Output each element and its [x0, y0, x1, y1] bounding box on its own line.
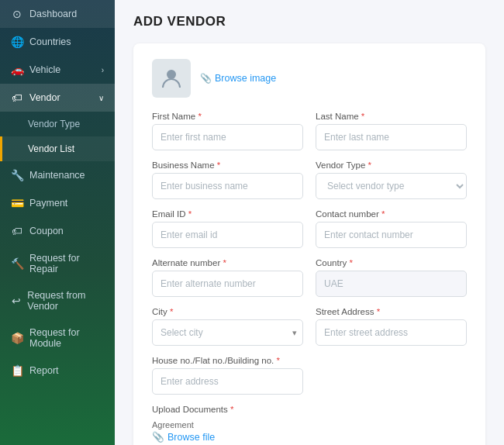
label-contact: Contact number *	[316, 209, 467, 219]
sidebar-label-dashboard: Dashboard	[29, 9, 77, 19]
group-alternate: Alternate number *	[152, 258, 303, 297]
sidebar-item-report[interactable]: 📋 Report	[0, 357, 115, 385]
group-country: Country *	[316, 258, 467, 297]
row-alternate-country: Alternate number * Country *	[152, 258, 467, 297]
browse-image-label: Browse image	[215, 73, 276, 84]
upload-section-label: Upload Documents *	[152, 405, 467, 414]
request-module-icon: 📦	[11, 332, 23, 344]
input-street[interactable]	[316, 319, 467, 346]
group-business-name: Business Name *	[152, 160, 303, 199]
label-vendor-type: Vendor Type *	[316, 160, 467, 170]
label-street: Street Address *	[316, 307, 467, 316]
dashboard-icon: ⊙	[11, 8, 23, 20]
input-business-name[interactable]	[152, 173, 303, 199]
page-title: ADD VENDOR	[133, 14, 485, 29]
vehicle-chevron-icon: ›	[102, 66, 104, 74]
sidebar: ⊙ Dashboard 🌐 Countries 🚗 Vehicle › 🏷 Ve…	[0, 0, 115, 445]
input-last-name[interactable]	[316, 124, 467, 150]
maintenance-icon: 🔧	[11, 169, 23, 181]
sidebar-item-vendor-type[interactable]: Vendor Type	[0, 112, 115, 136]
group-address: House no./Flat no./Building no. *	[152, 356, 303, 395]
vendor-chevron-icon: ∨	[98, 94, 104, 102]
group-email: Email ID *	[152, 209, 303, 248]
label-country: Country *	[316, 258, 467, 267]
sidebar-item-request-repair[interactable]: 🔨 Request for Repair	[0, 245, 115, 282]
sidebar-label-countries: Countries	[29, 36, 71, 47]
city-select-wrapper: Select city Dubai Abu Dhabi ▾	[152, 319, 303, 346]
request-vendor-icon: ↩	[11, 295, 21, 307]
sidebar-label-request-vendor: Request from Vendor	[27, 290, 104, 312]
input-country	[316, 271, 467, 297]
coupon-icon: 🏷	[11, 225, 23, 237]
countries-icon: 🌐	[11, 36, 23, 48]
upload-documents-section: Upload Documents * Agreement 📎 Browse fi…	[152, 405, 467, 445]
clip-icon: 📎	[200, 73, 212, 84]
svg-point-0	[167, 70, 176, 79]
main-content: ADD VENDOR 📎 Browse image First Name *	[115, 0, 504, 445]
payment-icon: 💳	[11, 197, 23, 209]
sidebar-item-countries[interactable]: 🌐 Countries	[0, 28, 115, 56]
label-business-name: Business Name *	[152, 160, 303, 170]
add-vendor-form: 📎 Browse image First Name * Last Name *	[133, 43, 485, 445]
row-business: Business Name * Vendor Type * Select ven…	[152, 160, 467, 199]
sidebar-label-vendor-type: Vendor Type	[28, 119, 80, 129]
group-contact: Contact number *	[316, 209, 467, 248]
sidebar-label-request-module: Request for Module	[29, 327, 104, 349]
repair-icon: 🔨	[11, 257, 23, 270]
group-last-name: Last Name *	[316, 112, 467, 150]
input-address[interactable]	[152, 368, 303, 395]
sidebar-item-vehicle[interactable]: 🚗 Vehicle ›	[0, 56, 115, 84]
upload-item-agreement: Agreement 📎 Browse file	[152, 420, 467, 443]
sidebar-label-vehicle: Vehicle	[29, 64, 60, 75]
vendor-icon: 🏷	[11, 91, 23, 104]
row-contact: Email ID * Contact number *	[152, 209, 467, 248]
sidebar-item-coupon[interactable]: 🏷 Coupon	[0, 217, 115, 245]
label-alternate: Alternate number *	[152, 258, 303, 267]
avatar-placeholder	[152, 59, 191, 98]
row-city-street: City * Select city Dubai Abu Dhabi ▾ Str…	[152, 307, 467, 346]
sidebar-item-vendor-list[interactable]: Vendor List	[0, 136, 115, 161]
group-street: Street Address *	[316, 307, 467, 346]
row-name: First Name * Last Name *	[152, 112, 467, 150]
row-address: House no./Flat no./Building no. *	[152, 356, 467, 395]
sidebar-label-report: Report	[29, 365, 59, 376]
input-email[interactable]	[152, 222, 303, 248]
clip-agreement-icon: 📎	[152, 431, 164, 443]
sidebar-item-payment[interactable]: 💳 Payment	[0, 189, 115, 217]
browse-agreement-link[interactable]: 📎 Browse file	[152, 431, 467, 443]
sidebar-label-request-repair: Request for Repair	[29, 253, 104, 274]
sidebar-item-maintenance[interactable]: 🔧 Maintenance	[0, 161, 115, 189]
select-city[interactable]: Select city Dubai Abu Dhabi	[152, 319, 303, 346]
vehicle-icon: 🚗	[11, 64, 23, 76]
browse-image-link[interactable]: 📎 Browse image	[200, 73, 276, 84]
label-email: Email ID *	[152, 209, 303, 219]
label-address: House no./Flat no./Building no. *	[152, 356, 303, 365]
browse-agreement-label: Browse file	[167, 432, 215, 443]
group-first-name: First Name *	[152, 112, 303, 150]
sidebar-item-vendor[interactable]: 🏷 Vendor ∨	[0, 84, 115, 112]
select-vendor-type[interactable]: Select vendor type Type 1 Type 2	[316, 173, 467, 199]
sidebar-label-payment: Payment	[29, 198, 67, 209]
input-alternate[interactable]	[152, 271, 303, 297]
label-last-name: Last Name *	[316, 112, 467, 121]
report-icon: 📋	[11, 364, 23, 377]
sidebar-item-dashboard[interactable]: ⊙ Dashboard	[0, 0, 115, 28]
group-city: City * Select city Dubai Abu Dhabi ▾	[152, 307, 303, 346]
sidebar-label-maintenance: Maintenance	[29, 170, 85, 181]
avatar-upload-section: 📎 Browse image	[152, 59, 467, 98]
input-first-name[interactable]	[152, 124, 303, 150]
sidebar-label-coupon: Coupon	[29, 226, 64, 236]
sidebar-item-request-module[interactable]: 📦 Request for Module	[0, 319, 115, 357]
sidebar-label-vendor-list: Vendor List	[28, 143, 74, 154]
group-vendor-type: Vendor Type * Select vendor type Type 1 …	[316, 160, 467, 199]
sidebar-label-vendor: Vendor	[29, 92, 60, 103]
label-first-name: First Name *	[152, 112, 303, 121]
doc-name-agreement: Agreement	[152, 420, 467, 429]
input-contact[interactable]	[316, 222, 467, 248]
label-city: City *	[152, 307, 303, 316]
sidebar-item-request-vendor[interactable]: ↩ Request from Vendor	[0, 282, 115, 319]
